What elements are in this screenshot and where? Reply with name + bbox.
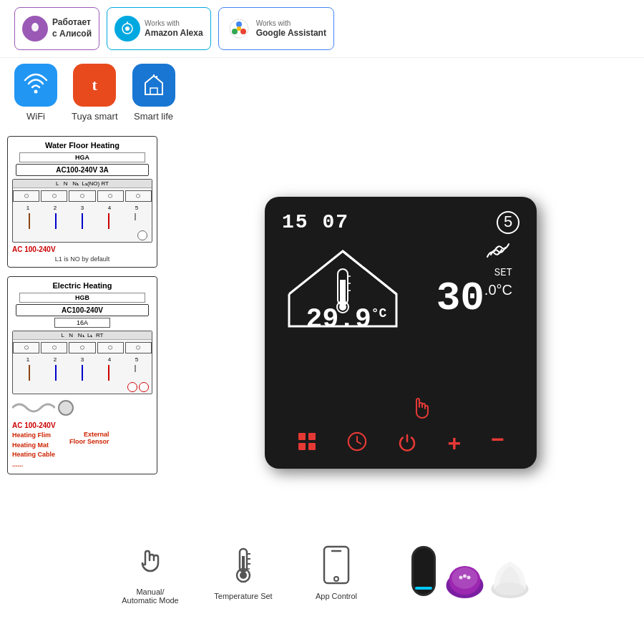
echo-svg [408,542,439,600]
current-temp-unit: °C [371,306,387,321]
app-control-icon [323,545,350,587]
power-icon [397,431,417,452]
alexa-name: Amazon Alexa [145,28,203,39]
set-temp-area: SET 30 .0°C [436,237,519,318]
smartlife-icon-box [132,64,175,107]
svg-point-46 [463,575,467,578]
grid-icon [297,431,317,452]
svg-point-49 [495,582,525,595]
plus-button[interactable]: + [447,431,461,454]
wifi-label: WiFi [26,111,45,122]
mini-svg [445,560,484,600]
electric-diagram-title: Electric Heating [12,281,152,290]
google-home-white [490,553,530,602]
thermostat-device: 15 07 5 [165,129,637,530]
google-works-with: Works with [256,19,326,28]
svg-point-47 [467,576,471,580]
wifi-icon-box [14,64,57,107]
svg-point-4 [125,26,130,31]
water-heating-diagram: Water Floor Heating HGA AC100-240V 3A L … [7,136,157,268]
main-content: Water Floor Heating HGA AC100-240V 3A L … [0,129,644,530]
tuya-item: t Tuya smart [72,64,118,122]
smart-speakers [408,542,530,602]
device-body: 15 07 5 [265,197,537,469]
svg-point-8 [232,29,238,34]
water-voltage: AC100-240V 3A [16,164,149,176]
screen-middle: 29.9°C SET [282,237,519,391]
electric-amperage: 16A [54,318,110,328]
sensor-cable-svg [12,397,55,419]
water-note: L1 is NO by default [12,255,152,263]
badge-alice: Работает с Алисой [14,7,99,50]
sensor-probe [58,400,74,416]
svg-point-2 [34,23,36,26]
svg-rect-30 [242,556,245,572]
svg-point-31 [240,572,247,579]
alice-label-2: с Алисой [52,29,92,40]
tuya-label: Tuya smart [72,111,118,122]
smartlife-label: Smart life [134,111,173,122]
left-diagrams: Water Floor Heating HGA AC100-240V 3A L … [7,129,157,530]
alexa-echo-speaker [408,542,439,602]
device-buttons-row: + − [282,423,519,454]
svg-point-44 [452,567,478,589]
clock-button[interactable] [347,431,367,454]
badge-alexa: Works with Amazon Alexa [107,7,211,50]
wifi-item: WiFi [14,64,57,122]
alexa-works-with: Works with [145,19,203,28]
svg-rect-23 [308,443,316,450]
device-screen: 15 07 5 [282,211,519,423]
water-ac-label: AC 100-240V [12,245,56,253]
google-icon [226,16,252,42]
electric-voltage: AC100-240V [16,304,149,316]
feature-app-control: App Control [301,545,372,600]
svg-rect-21 [308,433,316,440]
power-button[interactable] [397,431,417,454]
svg-rect-15 [340,280,346,307]
period-indicator: 5 [497,211,519,234]
minus-button[interactable]: − [491,431,504,454]
heat-labels: Heating FlimHeating MatHeating Cable....… [12,431,55,469]
water-diagram-title: Water Floor Heating [12,141,152,150]
home-white-svg [490,553,530,600]
svg-point-10 [237,26,241,31]
badge-google: Works with Google Assistant [218,7,334,50]
feature-manual-mode: Manual/Automatic Mode [114,540,186,605]
svg-rect-12 [150,88,157,94]
google-home-mini [445,560,484,602]
sensor-label: ExternalFloor Sensor [69,431,109,469]
heat-waves-icon [484,237,512,263]
time-display: 15 07 [282,211,349,233]
svg-rect-41 [415,587,432,590]
svg-point-9 [240,29,246,34]
google-name: Google Assistant [256,28,326,39]
badges-row: Работает с Алисой Works with Amazon Alex… [0,0,644,58]
alice-icon [22,16,48,42]
svg-point-11 [34,90,38,94]
set-temp-row: 30 .0°C [436,278,512,318]
svg-rect-20 [298,433,306,440]
electric-heating-diagram: Electric Heating HGB AC100-240V 16A L N … [7,276,157,474]
temp-set-label: Temperature Set [214,592,272,600]
water-terminal-block: L N N₁ L₁(NO) RT ⬡ ⬡ ⬡ ⬡ ⬡ 1 2 3 4 5 [12,179,152,243]
manual-mode-label: Manual/Automatic Mode [122,587,178,605]
current-temp-value: 29.9 [306,304,371,335]
electric-terminal-block: L N N₁ L₁ RT ⬡ ⬡ ⬡ ⬡ ⬡ 1 2 3 4 5 [12,331,152,394]
bottom-features: Manual/Automatic Mode Temperature Set [0,530,644,615]
touch-icon-area [282,391,519,423]
current-temp-display: 29.9°C [282,306,411,333]
clock-icon [347,431,367,452]
feature-temp-set: Temperature Set [208,545,279,600]
set-temp-value: 30 [436,278,484,318]
app-control-label: App Control [316,592,357,600]
svg-rect-22 [298,443,306,450]
time-value: 15 07 [282,211,349,233]
alexa-icon [114,16,140,42]
svg-rect-36 [324,547,348,583]
tuya-icon-box: t [73,64,116,107]
electric-ac-label: AC 100-240V [12,421,56,429]
electric-chip-label: HGB [19,293,145,303]
svg-point-45 [459,576,463,580]
touch-icon [408,394,436,420]
grid-button[interactable] [297,431,317,454]
